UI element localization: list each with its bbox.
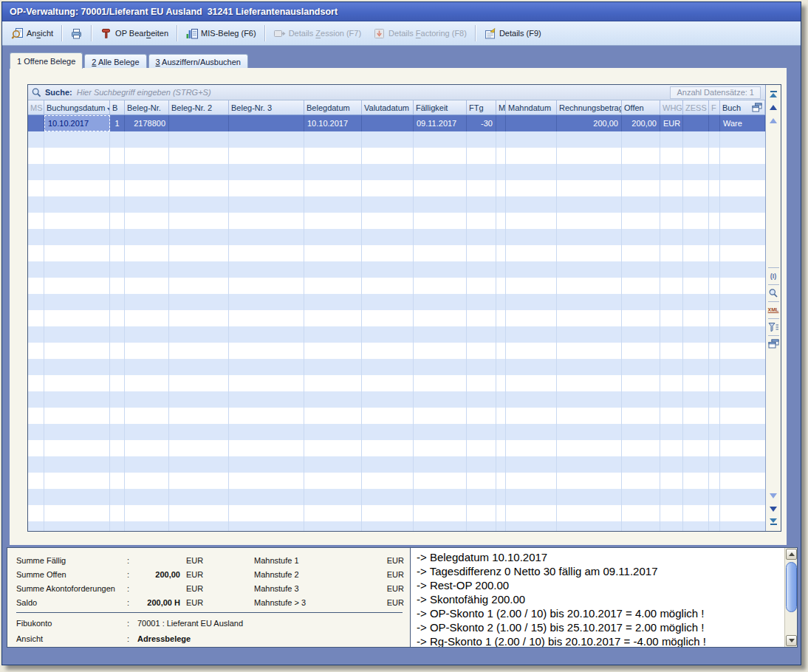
summary-divider: [16, 612, 403, 613]
column-header-rechnungsbetrag[interactable]: Rechnungsbetrag: [557, 100, 622, 114]
scrollbar-thumb[interactable]: [786, 562, 797, 612]
summary-row: Summe Offen:200,00EURMahnstufe 2EUR: [16, 567, 411, 581]
column-header-mahndatum[interactable]: Mahndatum: [506, 100, 557, 114]
cell-offen[interactable]: 200,00: [622, 115, 660, 131]
tab-alle-belege[interactable]: 2 Alle Belege: [84, 54, 146, 69]
printer-icon: [70, 27, 83, 40]
cell-ms[interactable]: [28, 115, 44, 131]
column-header-beleg-nr-2[interactable]: Beleg-Nr. 2: [169, 100, 229, 114]
cell-buchungsdatum[interactable]: 10.10.2017: [44, 115, 110, 131]
button-label: Details (F9): [499, 29, 541, 38]
column-header-whg[interactable]: WHG: [660, 100, 683, 114]
app-window: OP-Verwaltung: 70001/Lieferant EU Auslan…: [1, 1, 801, 665]
column-header-offen[interactable]: Offen: [622, 100, 660, 114]
cell-b[interactable]: 1: [110, 115, 125, 131]
column-header-buchungsdatum[interactable]: Buchungsdatum: [44, 100, 110, 114]
column-header-m[interactable]: M: [496, 100, 506, 114]
summary-row: Saldo:200,00 HEURMahnstufe > 3EUR: [16, 595, 411, 609]
title-bar[interactable]: OP-Verwaltung: 70001/Lieferant EU Auslan…: [2, 2, 801, 21]
window-body: 1 Offene Belege 2 Alle Belege 3 Ausziffe…: [2, 46, 801, 665]
cell-mahndatum[interactable]: [506, 115, 557, 131]
summary-row: Summe Akontoforderungen:EURMahnstufe 3EU…: [16, 581, 411, 595]
details-scrollbar[interactable]: [784, 548, 797, 647]
column-header-ms[interactable]: MS: [28, 100, 44, 114]
scrollbar-up-icon[interactable]: [786, 549, 797, 560]
button-label: Details Factoring (F8): [388, 29, 467, 38]
column-header-belegdatum[interactable]: Belegdatum: [304, 100, 362, 114]
column-chooser-icon[interactable]: [752, 103, 762, 112]
cell-zess[interactable]: [683, 115, 709, 131]
scroll-up-icon[interactable]: [767, 114, 780, 127]
table-header: MS Buchungsdatum B Beleg-Nr. Beleg-Nr. 2…: [28, 100, 765, 115]
summary-row: Summe Fällig:EURMahnstufe 1EUR: [16, 553, 411, 567]
ansicht-row: Ansicht:Adressbelege: [16, 631, 411, 646]
scroll-page-up-icon[interactable]: [767, 100, 780, 114]
open-items-table: Suche: Anzahl Datensätze: 1 MS Buchungsd…: [27, 84, 781, 532]
cell-m[interactable]: [496, 115, 506, 131]
scrollbar-down-icon[interactable]: [786, 635, 797, 646]
column-width-icon[interactable]: (I): [767, 270, 780, 283]
cell-whg[interactable]: EUR: [660, 115, 683, 131]
column-header-valutadatum[interactable]: Valutadatum: [362, 100, 414, 114]
search-bar: Suche: Anzahl Datensätze: 1: [28, 85, 765, 100]
cell-ftg[interactable]: -30: [467, 115, 496, 131]
cell-beleg-nr-3[interactable]: [229, 115, 304, 131]
column-header-faelligkeit[interactable]: Fälligkeit: [414, 100, 467, 114]
tab-strip: 1 Offene Belege 2 Alle Belege 3 Ausziffe…: [10, 52, 250, 69]
toolbar-separator: [91, 25, 92, 41]
column-header-zess[interactable]: ZESS: [683, 100, 709, 114]
toolbar-separator: [264, 25, 265, 41]
table-scroll-strip: (I) XML: [765, 85, 781, 531]
column-header-f[interactable]: F: [709, 100, 720, 114]
op-bearbeiten-button[interactable]: OP Bearbeiten: [94, 24, 174, 43]
print-button[interactable]: [64, 24, 89, 43]
column-header-beleg-nr[interactable]: Beleg-Nr.: [125, 100, 169, 114]
cell-rechnungsbetrag[interactable]: 200,00: [557, 115, 622, 131]
scroll-to-top-icon[interactable]: [767, 87, 780, 100]
search-label: Suche:: [45, 88, 72, 97]
table-row[interactable]: 10.10.2017 1 2178800 10.10.2017 09.11.20…: [28, 115, 765, 131]
details-button[interactable]: Details (F9): [478, 24, 547, 43]
cell-valutadatum[interactable]: [362, 115, 414, 131]
column-header-ftg[interactable]: FTg: [467, 100, 496, 114]
tab-page-offene-belege: Suche: Anzahl Datensätze: 1 MS Buchungsd…: [10, 68, 787, 545]
xml-export-icon[interactable]: XML: [767, 304, 780, 317]
details-text: -> Belegdatum 10.10.2017 -> Tagesdiffere…: [417, 550, 781, 647]
tab-ausziffern-ausbuchen[interactable]: 3 Ausziffern/Ausbuchen: [148, 54, 248, 69]
cell-faelligkeit[interactable]: 09.11.2017: [414, 115, 467, 131]
cell-buch[interactable]: Ware: [720, 115, 765, 131]
column-header-beleg-nr-3[interactable]: Beleg-Nr. 3: [229, 100, 304, 114]
details-panel: -> Belegdatum 10.10.2017 -> Tagesdiffere…: [410, 547, 798, 648]
factoring-icon: [373, 27, 386, 40]
table-search-icon[interactable]: [767, 287, 780, 300]
details-form-icon: [484, 27, 496, 40]
record-count: Anzahl Datensätze: 1: [670, 86, 761, 99]
column-header-b[interactable]: B: [110, 100, 125, 114]
filter-icon[interactable]: [767, 320, 780, 334]
cell-beleg-nr-2[interactable]: [169, 115, 229, 131]
scroll-page-down-icon[interactable]: [767, 502, 780, 515]
details-zession-button[interactable]: Details Zession (F7): [267, 24, 367, 43]
search-icon: [31, 87, 42, 98]
view-icon: [11, 27, 24, 40]
window-title: OP-Verwaltung: 70001/Lieferant EU Auslan…: [10, 7, 338, 17]
toolbar-separator: [61, 25, 62, 41]
details-factoring-button[interactable]: Details Factoring (F8): [367, 24, 473, 43]
cell-beleg-nr[interactable]: 2178800: [125, 115, 169, 131]
toolbar-separator: [475, 25, 476, 41]
cell-f[interactable]: [709, 115, 720, 131]
toolbar: Ansicht OP Bearbeiten: [2, 21, 801, 46]
mis-beleg-button[interactable]: MIS-Beleg (F6): [179, 24, 262, 43]
tab-offene-belege[interactable]: 1 Offene Belege: [10, 52, 83, 69]
empty-rows-area[interactable]: [28, 131, 765, 531]
search-input[interactable]: [77, 88, 671, 97]
scroll-to-bottom-icon[interactable]: [767, 515, 780, 529]
chart-document-icon: [185, 27, 198, 40]
copy-view-icon[interactable]: [767, 337, 780, 351]
button-label: MIS-Beleg (F6): [201, 29, 256, 38]
column-header-buch[interactable]: Buch: [720, 100, 765, 114]
cell-belegdatum[interactable]: 10.10.2017: [304, 115, 362, 131]
ansicht-button[interactable]: Ansicht: [5, 24, 59, 43]
fibukonto-value: 70001 : Lieferant EU Ausland: [137, 619, 243, 628]
scroll-down-icon[interactable]: [767, 489, 780, 502]
